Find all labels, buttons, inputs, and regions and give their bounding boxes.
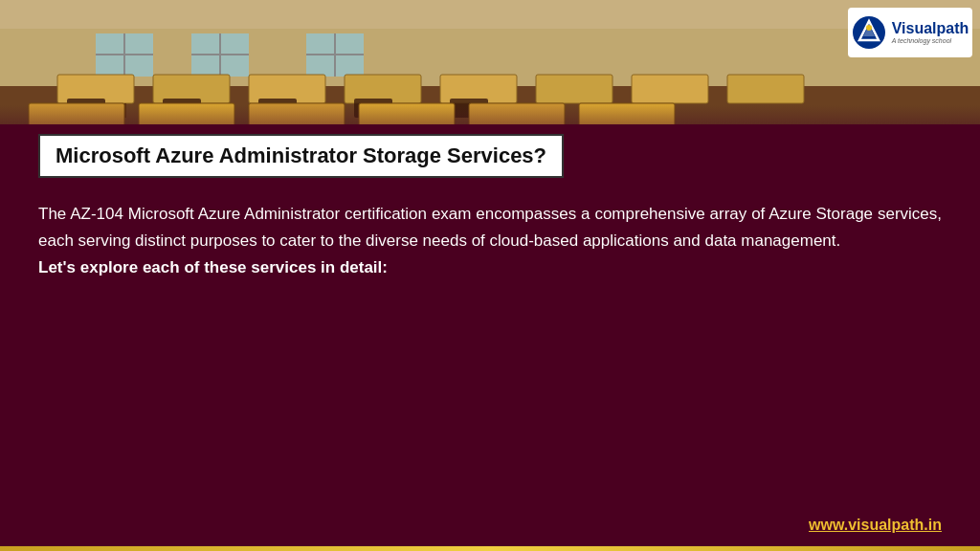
svg-rect-19 bbox=[632, 75, 708, 103]
logo-tagline: A technology school bbox=[892, 37, 969, 45]
bold-line: Let's explore each of these services in … bbox=[38, 258, 388, 276]
visualpath-logo-icon bbox=[852, 15, 886, 50]
slide-title: Microsoft Azure Administrator Storage Se… bbox=[56, 143, 546, 167]
logo-name: Visualpath bbox=[892, 19, 969, 37]
svg-point-40 bbox=[866, 25, 872, 31]
logo-box: Visualpath A technology school bbox=[848, 8, 972, 57]
title-box: Microsoft Azure Administrator Storage Se… bbox=[38, 134, 564, 178]
website-link[interactable]: www.visualpath.in bbox=[809, 517, 942, 534]
slide-container: Visualpath A technology school Microsoft… bbox=[0, 0, 980, 551]
body-text: The AZ-104 Microsoft Azure Administrator… bbox=[38, 201, 942, 281]
svg-rect-20 bbox=[727, 75, 804, 103]
body-paragraph: The AZ-104 Microsoft Azure Administrator… bbox=[38, 205, 942, 250]
content-area: Microsoft Azure Administrator Storage Se… bbox=[0, 124, 980, 551]
bottom-accent-bar bbox=[0, 546, 980, 551]
svg-rect-18 bbox=[536, 75, 612, 103]
svg-rect-1 bbox=[0, 0, 980, 29]
logo-text: Visualpath A technology school bbox=[892, 19, 969, 46]
